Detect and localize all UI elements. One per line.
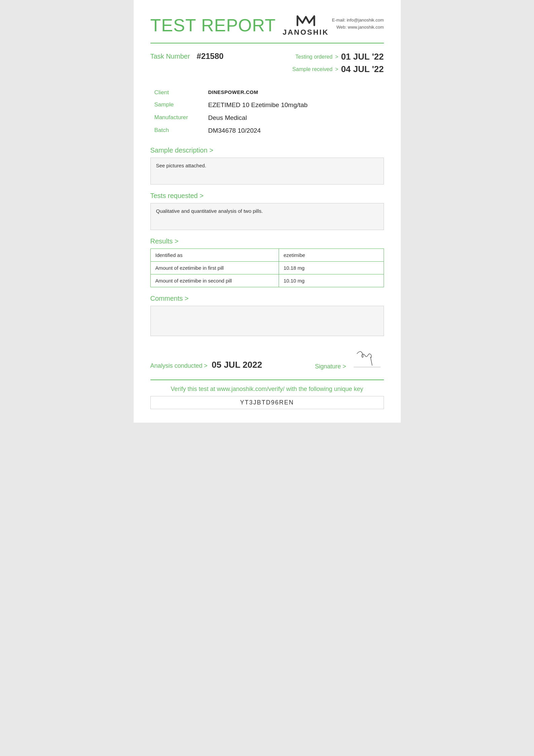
sample-row: Sample EZETIMED 10 Ezetimibe 10mg/tab [150,99,384,111]
verify-section: Verify this test at www.janoshik.com/ver… [150,380,384,409]
verify-key: YT3JBTD96REN [150,396,384,409]
sample-received-arrow: > [335,66,338,72]
sample-description-header: Sample description > [150,146,384,154]
sample-label: Sample [150,99,204,111]
header-divider [150,43,384,43]
logo-icon [296,13,316,28]
sample-value: EZETIMED 10 Ezetimibe 10mg/tab [204,99,384,111]
verify-text: Verify this test at www.janoshik.com/ver… [150,386,384,393]
client-label: Client [150,87,204,99]
result-key-0: Identified as [150,249,279,262]
task-dates: Testing ordered > 01 JUL '22 Sample rece… [292,52,384,76]
analysis-label: Analysis conducted [150,362,203,369]
testing-ordered-label: Testing ordered [295,54,332,60]
sample-received-label: Sample received [292,66,332,72]
batch-label: Batch [150,124,204,137]
manufacturer-row: Manufacturer Deus Medical [150,111,384,124]
manufacturer-label: Manufacturer [150,111,204,124]
task-label: Task Number [150,53,190,60]
analysis-date: 05 JUL 2022 [212,360,262,370]
report-page: TEST REPORT JANOSHIK E-mail: info@janosh… [134,0,401,423]
result-val-1: 10.18 mg [279,262,384,274]
sample-received-row: Sample received > 04 JUL '22 [292,64,384,74]
tests-requested-box: Qualitative and quantitative analysis of… [150,203,384,230]
table-row: Amount of ezetimibe in second pill 10.10… [150,274,384,287]
comments-box [150,306,384,336]
client-row: Client DINESPOWER.COM [150,87,384,99]
email-label: E-mail: [332,18,345,23]
web-value: www.janoshik.com [348,25,384,30]
signature-image [350,347,384,370]
email-value: info@janoshik.com [347,18,384,23]
report-title: TEST REPORT [150,17,276,34]
testing-ordered-arrow: > [335,54,338,60]
task-row: Task Number #21580 Testing ordered > 01 … [150,52,384,76]
footer-row: Analysis conducted > 05 JUL 2022 Signatu… [150,347,384,370]
analysis-arrow: > [204,362,208,369]
testing-ordered-date: 01 JUL '22 [341,52,384,62]
info-table: Client DINESPOWER.COM Sample EZETIMED 10… [150,87,384,137]
signature-label: Signature > [315,363,346,370]
sample-description-content: See pictures attached. [156,163,206,168]
sample-description-box: See pictures attached. [150,158,384,185]
comments-header: Comments > [150,295,384,302]
batch-value: DM34678 10/2024 [204,124,384,137]
table-row: Identified as ezetimibe [150,249,384,262]
table-row: Amount of ezetimibe in first pill 10.18 … [150,262,384,274]
sample-received-date: 04 JUL '22 [341,64,384,74]
task-number: #21580 [197,52,223,61]
manufacturer-value: Deus Medical [204,111,384,124]
web-label: Web: [336,25,347,30]
result-key-2: Amount of ezetimibe in second pill [150,274,279,287]
tests-requested-content: Qualitative and quantitative analysis of… [156,208,263,214]
analysis-conducted: Analysis conducted > 05 JUL 2022 [150,360,262,370]
results-header: Results > [150,237,384,245]
logo-text: JANOSHIK [283,28,329,37]
batch-row: Batch DM34678 10/2024 [150,124,384,137]
email-line: E-mail: info@janoshik.com [332,17,384,24]
results-table: Identified as ezetimibe Amount of ezetim… [150,249,384,287]
signature-area: Signature > [315,347,384,370]
testing-ordered-row: Testing ordered > 01 JUL '22 [292,52,384,62]
header-left: TEST REPORT JANOSHIK [150,13,329,37]
header-contact: E-mail: info@janoshik.com Web: www.janos… [332,13,384,31]
result-key-1: Amount of ezetimibe in first pill [150,262,279,274]
client-value: DINESPOWER.COM [204,87,384,99]
logo-area: JANOSHIK [283,13,329,37]
tests-requested-header: Tests requested > [150,192,384,200]
result-val-0: ezetimibe [279,249,384,262]
task-left: Task Number #21580 [150,52,224,61]
header: TEST REPORT JANOSHIK E-mail: info@janosh… [150,13,384,37]
result-val-2: 10.10 mg [279,274,384,287]
web-line: Web: www.janoshik.com [332,24,384,31]
